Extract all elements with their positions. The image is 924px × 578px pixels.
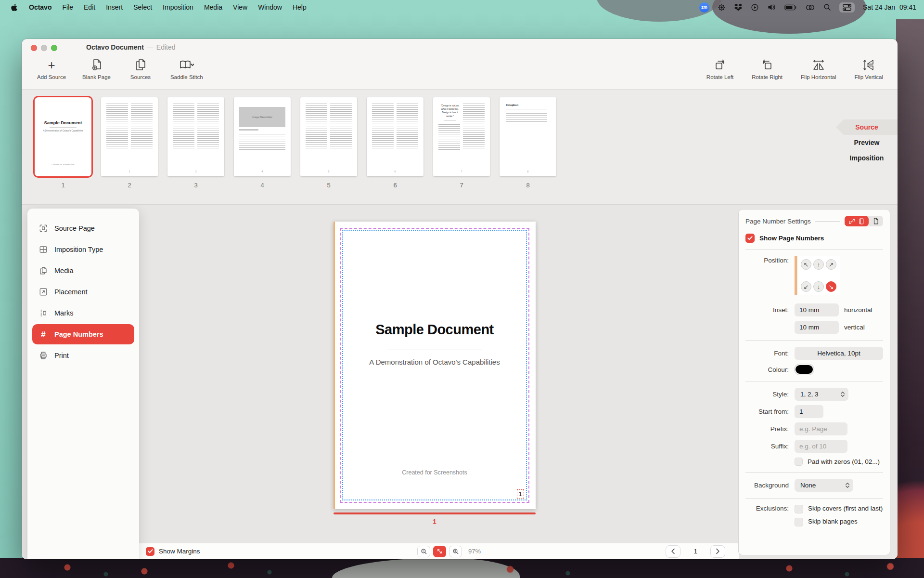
position-bottom-right-button[interactable]: ↘ — [826, 281, 836, 292]
background-popup[interactable]: None — [795, 479, 853, 492]
current-page-field[interactable]: 1 — [693, 548, 697, 555]
add-source-button[interactable]: + Add Source — [37, 57, 66, 80]
title-bar[interactable]: Octavo Document — Edited — [22, 39, 898, 56]
helm-wheel-icon[interactable] — [718, 3, 726, 12]
blank-page-button[interactable]: Blank Page — [82, 57, 111, 80]
continuity-link-icon[interactable] — [805, 4, 815, 11]
inset-horizontal-suffix: horizontal — [844, 306, 873, 314]
prefix-label: Prefix: — [745, 425, 789, 433]
document-preview: Sample Document A Demonstration of Octav… — [334, 222, 536, 525]
control-center-icon[interactable] — [839, 2, 855, 13]
rotate-right-button[interactable]: Rotate Right — [752, 57, 783, 80]
sidebar-item-marks[interactable]: Marks — [32, 303, 134, 323]
zoom-fit-button[interactable] — [433, 546, 446, 557]
flip-vertical-button[interactable]: Flip Vertical — [855, 57, 883, 80]
view-tabs: Source Preview Imposition — [836, 119, 898, 166]
tab-source[interactable]: Source — [836, 119, 898, 135]
menu-select[interactable]: Select — [128, 0, 157, 14]
saddle-stitch-button[interactable]: Saddle Stitch — [170, 57, 203, 80]
page-number-preview[interactable]: 1 — [517, 489, 524, 499]
thumbnail-number: 2 — [128, 182, 131, 189]
start-from-label: Start from: — [745, 408, 789, 415]
show-page-numbers-checkbox[interactable] — [745, 234, 755, 243]
colour-label: Colour: — [745, 366, 789, 373]
scope-document-segment[interactable] — [845, 216, 869, 226]
sidebar-item-imposition-type[interactable]: Imposition Type — [32, 239, 134, 260]
menu-media[interactable]: Media — [199, 0, 228, 14]
rotate-left-button[interactable]: Rotate Left — [706, 57, 733, 80]
menu-view[interactable]: View — [228, 0, 253, 14]
flip-horizontal-button[interactable]: Flip Horizontal — [801, 57, 836, 80]
thumbnail-page-2[interactable]: 2 2 — [101, 97, 158, 189]
skip-blank-checkbox[interactable] — [795, 518, 803, 526]
previous-page-button[interactable] — [666, 545, 680, 558]
battery-icon[interactable] — [784, 4, 797, 11]
scope-page-segment[interactable] — [869, 216, 883, 226]
sidebar-item-page-numbers[interactable]: # Page Numbers — [32, 324, 134, 344]
window-title: Octavo Document — Edited — [86, 43, 176, 51]
menu-file[interactable]: File — [57, 0, 78, 14]
minimize-button[interactable] — [41, 45, 47, 51]
tab-imposition[interactable]: Imposition — [836, 150, 898, 166]
sidebar-item-print[interactable]: Print — [32, 345, 134, 366]
font-button[interactable]: Helvetica, 10pt — [795, 347, 883, 360]
sources-button[interactable]: Sources — [127, 57, 154, 80]
play-circle-icon[interactable] — [751, 3, 759, 12]
inset-horizontal-input[interactable] — [795, 303, 839, 316]
close-button[interactable] — [31, 45, 37, 51]
position-bottom-left-button[interactable]: ↙ — [801, 281, 811, 292]
thumbnail-page-8[interactable]: Colophon 8 8 — [499, 97, 557, 189]
thumbnail-page-5[interactable]: 5 5 — [300, 97, 358, 189]
dropbox-icon[interactable] — [734, 3, 743, 12]
sidebar-item-source-page[interactable]: Source Page — [32, 218, 134, 238]
document-subtitle: A Demonstration of Octavo's Capabilities — [334, 358, 536, 366]
thumbnail-page-7[interactable]: "Design is not just what it looks like. … — [433, 97, 490, 189]
colour-swatch[interactable] — [795, 364, 814, 375]
position-top-left-button[interactable]: ↖ — [801, 259, 811, 270]
next-page-button[interactable] — [710, 545, 725, 558]
thumbnail-number: 3 — [194, 182, 197, 189]
sidebar-item-label: Media — [54, 267, 74, 275]
zoom-in-button[interactable] — [449, 546, 462, 557]
sidebar-item-label: Placement — [54, 288, 88, 296]
menu-imposition[interactable]: Imposition — [157, 0, 199, 14]
spotlight-search-icon[interactable] — [823, 3, 831, 11]
thumbnail-number: 5 — [327, 182, 330, 189]
position-top-center-button[interactable]: ↑ — [813, 259, 824, 270]
sidebar-item-placement[interactable]: Placement — [32, 282, 134, 302]
start-from-input[interactable] — [795, 405, 823, 418]
menu-window[interactable]: Window — [253, 0, 287, 14]
thumbnail-page-1[interactable]: Sample Document A Demonstration of Octav… — [34, 97, 92, 189]
skip-covers-checkbox[interactable] — [795, 505, 803, 513]
style-popup[interactable]: 1, 2, 3 — [795, 388, 848, 401]
skip-covers-label: Skip covers (first and last) — [808, 505, 883, 513]
source-page-icon — [38, 224, 48, 233]
menu-help[interactable]: Help — [287, 0, 312, 14]
zoom-out-button[interactable] — [417, 546, 430, 557]
inset-vertical-input[interactable] — [795, 321, 839, 334]
page-plus-icon — [91, 57, 103, 73]
show-margins-checkbox[interactable] — [146, 547, 154, 556]
apple-menu-icon[interactable] — [8, 3, 24, 12]
thumbnail-page-3[interactable]: 3 3 — [167, 97, 225, 189]
tab-preview[interactable]: Preview — [836, 135, 898, 150]
position-top-right-button[interactable]: ↗ — [826, 259, 836, 270]
menu-clock[interactable]: Sat 24 Jan 09:41 — [863, 3, 916, 11]
menu-edit[interactable]: Edit — [78, 0, 101, 14]
thumbnail-page-6[interactable]: 6 6 — [366, 97, 424, 189]
position-label: Position: — [745, 257, 789, 264]
zoom-button[interactable] — [51, 45, 57, 51]
thumbnail-page-4[interactable]: Image Placeholder 4 4 — [233, 97, 291, 189]
zoom-app-icon[interactable]: zm — [699, 2, 709, 13]
menu-app-name[interactable]: Octavo — [24, 0, 57, 14]
prefix-input[interactable] — [795, 422, 847, 435]
sidebar-item-label: Print — [54, 352, 69, 359]
pad-zeros-checkbox[interactable] — [795, 458, 803, 466]
volume-icon[interactable] — [767, 3, 776, 11]
preview-page[interactable]: Sample Document A Demonstration of Octav… — [334, 222, 536, 509]
menu-insert[interactable]: Insert — [101, 0, 128, 14]
sidebar-item-media[interactable]: Media — [32, 261, 134, 281]
position-bottom-center-button[interactable]: ↓ — [813, 281, 824, 292]
bottom-bar: Show Margins 97% 1 — [139, 543, 739, 559]
suffix-input[interactable] — [795, 440, 847, 453]
